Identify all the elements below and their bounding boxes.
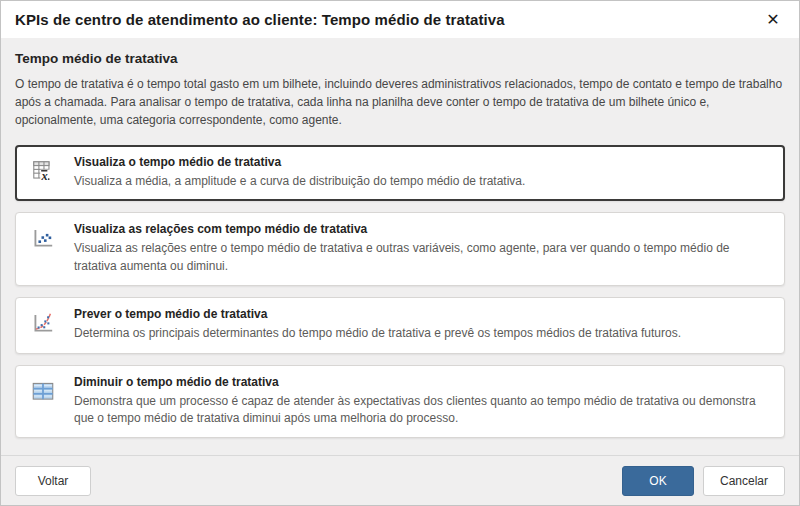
option-description: Determina os principais determinantes do… [74,325,772,342]
option-card-text: Visualiza o tempo médio de tratativa Vis… [74,155,772,190]
ok-button[interactable]: OK [622,466,694,496]
option-title: Prever o tempo médio de tratativa [74,307,772,321]
option-description: Demonstra que um processo é capaz de ate… [74,393,772,428]
back-button[interactable]: Voltar [15,466,91,496]
scatter-plot-icon [30,225,56,251]
trend-forecast-icon [30,310,56,336]
option-card-predict[interactable]: Prever o tempo médio de tratativa Determ… [15,297,785,353]
option-description: Visualiza as relações entre o tempo médi… [74,240,772,275]
table-grid-icon [30,378,56,404]
option-card-text: Diminuir o tempo médio de tratativa Demo… [74,375,772,428]
option-card-decrease[interactable]: Diminuir o tempo médio de tratativa Demo… [15,365,785,439]
dialog-content: Tempo médio de tratativa O tempo de trat… [1,38,799,455]
option-title: Diminuir o tempo médio de tratativa [74,375,772,389]
option-card-text: Prever o tempo médio de tratativa Determ… [74,307,772,342]
option-card-visualize-relations[interactable]: Visualiza as relações com tempo médio de… [15,212,785,286]
footer-action-buttons: OK Cancelar [622,466,785,496]
option-title: Visualiza as relações com tempo médio de… [74,222,772,236]
dialog-footer: Voltar OK Cancelar [1,455,799,505]
table-mean-icon: x [30,158,56,184]
option-card-text: Visualiza as relações com tempo médio de… [74,222,772,275]
intro-text: O tempo de tratativa é o tempo total gas… [15,75,785,129]
kpi-wizard-dialog: KPIs de centro de atendimento ao cliente… [0,0,800,506]
option-description: Visualiza a média, a amplitude e a curva… [74,173,772,190]
page-title: Tempo médio de tratativa [15,51,785,66]
option-title: Visualiza o tempo médio de tratativa [74,155,772,169]
cancel-button[interactable]: Cancelar [703,466,785,496]
dialog-title: KPIs de centro de atendimento ao cliente… [15,11,505,28]
close-icon[interactable]: ✕ [759,6,787,34]
option-card-visualize-mean[interactable]: x Visualiza o tempo médio de tratativa V… [15,145,785,201]
dialog-titlebar: KPIs de centro de atendimento ao cliente… [1,1,799,38]
